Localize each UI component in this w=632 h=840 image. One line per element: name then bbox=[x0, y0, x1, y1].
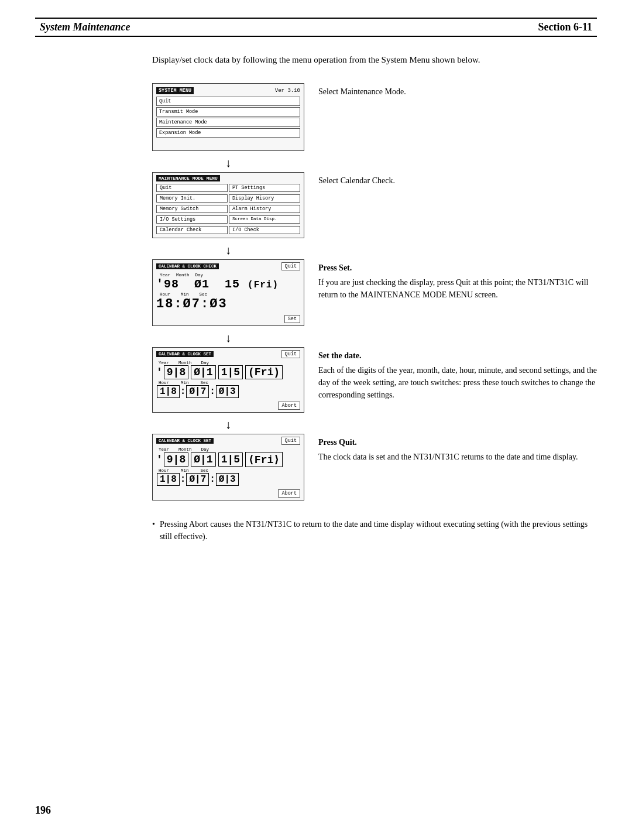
time-display: 18:Ø7:Ø3 bbox=[156, 297, 300, 311]
set-date-row: ' 9|8 Ø|1 1|5 (Fri) bbox=[156, 365, 300, 379]
transmit-mode-btn[interactable]: Transmit Mode bbox=[156, 107, 300, 116]
step2-row: MAINTENANCE MODE MENU Quit PT Settings M… bbox=[152, 172, 597, 238]
year-box-2[interactable]: 9|8 bbox=[164, 452, 188, 467]
maint-menu-title: MAINTENANCE MODE MENU bbox=[156, 175, 220, 181]
date-display: '98 Ø1 15 (Fri) bbox=[156, 277, 300, 291]
bottom-note-text: Pressing Abort causes the NT31/NT31C to … bbox=[160, 518, 597, 543]
cal-set-quit-btn[interactable]: Quit bbox=[281, 350, 300, 358]
set-btn[interactable]: Set bbox=[284, 315, 300, 323]
page-footer: 196 bbox=[35, 804, 51, 817]
step4-desc: Set the date. Each of the digits of the … bbox=[318, 347, 597, 401]
set-time-row-2: 1|8 : Ø|7 : Ø|3 bbox=[156, 473, 300, 486]
abort-btn-2[interactable]: Abort bbox=[278, 489, 300, 498]
cal-set-title-2: CALENDAR & CLOCK SET bbox=[156, 438, 214, 444]
memory-init-btn[interactable]: Memory Init. bbox=[156, 194, 228, 203]
header-title: System Maintenance bbox=[40, 21, 130, 33]
step3-diagram: CALENDAR & CLOCK CHECK Quit Year Month D… bbox=[152, 259, 304, 326]
sec-box[interactable]: Ø|3 bbox=[216, 385, 239, 398]
set-time-labels: Hour Min Sec bbox=[159, 380, 300, 385]
alarm-history-btn[interactable]: Alarm History bbox=[229, 205, 300, 213]
calendar-set-screen-2: CALENDAR & CLOCK SET Quit Year Month Day… bbox=[152, 434, 304, 500]
step5-diagram: CALENDAR & CLOCK SET Quit Year Month Day… bbox=[152, 434, 304, 500]
dow-box[interactable]: (Fri) bbox=[245, 365, 283, 379]
calendar-check-screen: CALENDAR & CLOCK CHECK Quit Year Month D… bbox=[152, 259, 304, 326]
set-date-labels: Year Month Day bbox=[159, 361, 300, 365]
page-number: 196 bbox=[35, 804, 51, 816]
page-container: System Maintenance Section 6-11 Display/… bbox=[0, 0, 632, 840]
dow-box-2[interactable]: ⟨Fri⟩ bbox=[245, 452, 283, 467]
day-box[interactable]: 1|5 bbox=[218, 365, 243, 379]
arrow2: ↓ bbox=[152, 244, 597, 256]
step1-row: SYSTEM MENU Ver 3.10 Quit Transmit Mode … bbox=[152, 83, 597, 151]
min-box[interactable]: Ø|7 bbox=[186, 385, 209, 398]
step2-desc: Select Calendar Check. bbox=[318, 172, 597, 187]
arrow-down-icon: ↓ bbox=[225, 157, 231, 169]
step4-desc-detail: Each of the digits of the year, month, d… bbox=[318, 364, 597, 401]
date-labels: Year Month Day bbox=[160, 273, 300, 277]
month-box-2[interactable]: Ø|1 bbox=[191, 452, 215, 467]
bullet-icon: • bbox=[152, 518, 155, 530]
screen-data-disp-btn[interactable]: Screen Data Disp. bbox=[229, 215, 300, 224]
step5-row: CALENDAR & CLOCK SET Quit Year Month Day… bbox=[152, 434, 597, 500]
system-menu-screen: SYSTEM MENU Ver 3.10 Quit Transmit Mode … bbox=[152, 83, 304, 151]
intro-text: Display/set clock data by following the … bbox=[152, 53, 597, 67]
step4-desc-main: Set the date. bbox=[318, 351, 362, 360]
calendar-check-btn[interactable]: Calendar Check bbox=[156, 226, 228, 234]
cal-set-title: CALENDAR & CLOCK SET bbox=[156, 351, 214, 357]
abort-btn-1[interactable]: Abort bbox=[278, 402, 300, 410]
io-settings-btn[interactable]: I/O Settings bbox=[156, 215, 228, 224]
step1-desc: Select Maintenance Mode. bbox=[318, 83, 597, 98]
step3-desc-detail: If you are just checking the display, pr… bbox=[318, 276, 597, 301]
page-header: System Maintenance Section 6-11 bbox=[35, 18, 597, 37]
step5-desc-main: Press Quit. bbox=[318, 438, 357, 447]
calendar-set-screen: CALENDAR & CLOCK SET Quit Year Month Day… bbox=[152, 347, 304, 413]
step5-desc: Press Quit. The clock data is set and th… bbox=[318, 434, 597, 463]
step5-desc-detail: The clock data is set and the NT31/NT31C… bbox=[318, 451, 597, 463]
set-date-labels-2: Year Month Day bbox=[159, 447, 300, 452]
month-box[interactable]: Ø|1 bbox=[191, 365, 215, 379]
bottom-note: • Pressing Abort causes the NT31/NT31C t… bbox=[152, 518, 597, 543]
step4-row: CALENDAR & CLOCK SET Quit Year Month Day… bbox=[152, 347, 597, 413]
step4-diagram: CALENDAR & CLOCK SET Quit Year Month Day… bbox=[152, 347, 304, 413]
header-section: Section 6-11 bbox=[538, 21, 593, 33]
step2-diagram: MAINTENANCE MODE MENU Quit PT Settings M… bbox=[152, 172, 304, 238]
content-area: SYSTEM MENU Ver 3.10 Quit Transmit Mode … bbox=[152, 83, 597, 506]
arrow3: ↓ bbox=[152, 332, 597, 344]
hour-box[interactable]: 1|8 bbox=[157, 385, 180, 398]
year-box[interactable]: 9|8 bbox=[164, 365, 188, 379]
hour-box-2[interactable]: 1|8 bbox=[157, 473, 180, 486]
sec-box-2[interactable]: Ø|3 bbox=[216, 473, 239, 486]
io-check-btn[interactable]: I/O Check bbox=[229, 226, 300, 234]
pt-settings-btn[interactable]: PT Settings bbox=[229, 184, 300, 192]
step3-desc: Press Set. If you are just checking the … bbox=[318, 259, 597, 301]
time-labels: Hour Min Sec bbox=[160, 292, 300, 297]
step1-diagram: SYSTEM MENU Ver 3.10 Quit Transmit Mode … bbox=[152, 83, 304, 151]
step3-desc-main: Press Set. bbox=[318, 263, 352, 272]
step3-row: CALENDAR & CLOCK CHECK Quit Year Month D… bbox=[152, 259, 597, 326]
maint-buttons-grid: Quit PT Settings Memory Init. Display Hi… bbox=[156, 184, 300, 235]
arrow-down-icon-3: ↓ bbox=[225, 332, 231, 344]
min-box-2[interactable]: Ø|7 bbox=[186, 473, 209, 486]
arrow-down-icon-2: ↓ bbox=[225, 244, 231, 256]
arrow4: ↓ bbox=[152, 419, 597, 430]
memory-switch-btn[interactable]: Memory Switch bbox=[156, 205, 228, 213]
arrow-down-icon-4: ↓ bbox=[225, 419, 231, 430]
day-box-2[interactable]: 1|5 bbox=[218, 452, 243, 467]
quit-btn-1[interactable]: Quit bbox=[156, 97, 300, 106]
maintenance-menu-screen: MAINTENANCE MODE MENU Quit PT Settings M… bbox=[152, 172, 304, 238]
set-time-row: 1|8 : Ø|7 : Ø|3 bbox=[156, 385, 300, 398]
arrow1: ↓ bbox=[152, 157, 597, 169]
set-date-row-2: ' 9|8 Ø|1 1|5 ⟨Fri⟩ bbox=[156, 452, 300, 467]
display-hisory-btn[interactable]: Display Hisory bbox=[229, 194, 300, 203]
cal-check-quit-btn[interactable]: Quit bbox=[281, 262, 300, 270]
version-text: Ver 3.10 bbox=[275, 88, 300, 94]
maint-quit-btn[interactable]: Quit bbox=[156, 184, 228, 192]
maintenance-mode-btn[interactable]: Maintenance Mode bbox=[156, 118, 300, 127]
set-time-labels-2: Hour Min Sec bbox=[159, 468, 300, 473]
expansion-mode-btn[interactable]: Expansion Mode bbox=[156, 128, 300, 138]
cal-check-title: CALENDAR & CLOCK CHECK bbox=[156, 263, 219, 269]
system-menu-title: SYSTEM MENU bbox=[156, 87, 194, 94]
cal-set-quit-btn-2[interactable]: Quit bbox=[281, 437, 300, 445]
